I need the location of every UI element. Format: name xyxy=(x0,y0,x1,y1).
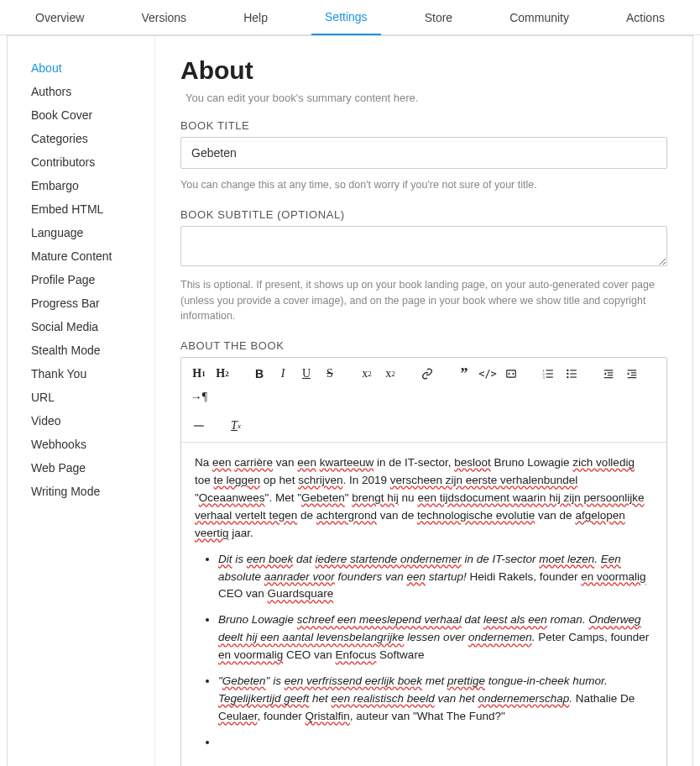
sidebar: AboutAuthorsBook CoverCategoriesContribu… xyxy=(8,36,155,766)
svg-rect-19 xyxy=(631,375,636,375)
about-bullet xyxy=(218,734,653,752)
about-bullet: Dit is een boek dat iedere startende ond… xyxy=(218,551,653,604)
topnav-item-actions[interactable]: Actions xyxy=(613,1,678,34)
svg-rect-14 xyxy=(608,372,613,373)
book-title-label: BOOK TITLE xyxy=(180,119,667,132)
svg-rect-21 xyxy=(194,425,204,426)
sidebar-item-writing-mode[interactable]: Writing Mode xyxy=(31,480,154,503)
indent-icon[interactable] xyxy=(621,363,643,385)
svg-rect-8 xyxy=(570,370,577,370)
sidebar-item-embargo[interactable]: Embargo xyxy=(31,174,154,197)
subscript-icon[interactable]: x2 xyxy=(356,363,378,385)
book-subtitle-label: BOOK SUBTITLE (OPTIONAL) xyxy=(180,208,667,221)
svg-rect-20 xyxy=(628,377,637,378)
book-title-input[interactable] xyxy=(180,137,667,169)
svg-rect-2 xyxy=(546,370,553,370)
svg-rect-16 xyxy=(604,377,614,378)
sidebar-item-embed-html[interactable]: Embed HTML xyxy=(31,197,154,221)
link-icon[interactable] xyxy=(416,363,438,385)
svg-point-9 xyxy=(567,373,568,375)
topnav-item-help[interactable]: Help xyxy=(230,1,281,34)
unordered-list-icon[interactable] xyxy=(561,363,582,385)
svg-rect-15 xyxy=(608,375,613,375)
about-book-editor: H1 H2 B I U S x2 x2 ” </> 123 xyxy=(180,357,667,766)
topnav-item-versions[interactable]: Versions xyxy=(128,1,200,34)
sidebar-item-social-media[interactable]: Social Media xyxy=(31,315,154,338)
sidebar-item-profile-page[interactable]: Profile Page xyxy=(31,268,154,291)
quote-icon[interactable]: ” xyxy=(453,363,475,385)
sidebar-item-stealth-mode[interactable]: Stealth Mode xyxy=(31,338,154,362)
svg-rect-10 xyxy=(570,373,577,374)
svg-rect-18 xyxy=(631,372,636,373)
about-toolbar: H1 H2 B I U S x2 x2 ” </> 123 xyxy=(181,358,666,443)
code-icon[interactable]: </> xyxy=(477,363,499,385)
topnav-item-store[interactable]: Store xyxy=(411,1,466,34)
svg-rect-12 xyxy=(570,377,577,378)
topnav-item-settings[interactable]: Settings xyxy=(311,0,381,35)
sidebar-item-book-cover[interactable]: Book Cover xyxy=(31,103,154,127)
about-book-textarea[interactable]: Na een carrière van een kwarteeuw in de … xyxy=(181,443,666,766)
sidebar-item-progress-bar[interactable]: Progress Bar xyxy=(31,291,154,315)
paragraph-rtl-icon[interactable]: →¶ xyxy=(188,386,210,408)
superscript-icon[interactable]: x2 xyxy=(379,363,401,385)
svg-rect-6 xyxy=(546,377,553,378)
underline-icon[interactable]: U xyxy=(295,363,317,385)
svg-text:3: 3 xyxy=(543,375,546,380)
svg-rect-13 xyxy=(604,370,614,370)
sidebar-item-language[interactable]: Language xyxy=(31,221,154,244)
sidebar-item-thank-you[interactable]: Thank You xyxy=(31,362,154,386)
sidebar-item-authors[interactable]: Authors xyxy=(31,80,154,103)
book-subtitle-help: This is optional. If present, it shows u… xyxy=(180,277,667,324)
sidebar-item-categories[interactable]: Categories xyxy=(31,127,154,150)
outdent-icon[interactable] xyxy=(598,363,619,385)
italic-icon[interactable]: I xyxy=(272,363,294,385)
main-panel: About You can edit your book's summary c… xyxy=(155,36,692,766)
about-book-label: ABOUT THE BOOK xyxy=(180,339,667,352)
book-title-help: You can change this at any time, so don'… xyxy=(180,177,667,193)
page-intro: You can edit your book's summary content… xyxy=(185,92,667,104)
topnav-item-community[interactable]: Community xyxy=(496,1,582,34)
bold-icon[interactable]: B xyxy=(248,363,270,385)
svg-rect-4 xyxy=(546,373,553,374)
clear-format-icon[interactable]: Tx xyxy=(225,415,247,437)
book-subtitle-input[interactable] xyxy=(180,226,667,266)
svg-point-7 xyxy=(567,370,568,371)
sidebar-item-contributors[interactable]: Contributors xyxy=(31,150,154,174)
content-container: AboutAuthorsBook CoverCategoriesContribu… xyxy=(7,35,693,766)
sidebar-item-mature-content[interactable]: Mature Content xyxy=(31,244,154,268)
sidebar-item-web-page[interactable]: Web Page xyxy=(31,456,154,480)
sidebar-item-url[interactable]: URL xyxy=(31,386,154,409)
sidebar-item-video[interactable]: Video xyxy=(31,409,154,433)
ordered-list-icon[interactable]: 123 xyxy=(537,363,559,385)
svg-rect-17 xyxy=(628,370,637,370)
sidebar-item-webhooks[interactable]: Webhooks xyxy=(31,433,154,456)
page-title: About xyxy=(180,56,667,85)
topnav-item-overview[interactable]: Overview xyxy=(22,1,97,34)
sidebar-item-about[interactable]: About xyxy=(31,56,154,80)
strike-icon[interactable]: S xyxy=(319,363,341,385)
about-bullet: "Gebeten" is een verfrissend eerlijk boe… xyxy=(218,673,653,726)
about-bullet: Bruno Lowagie schreef een meeslepend ver… xyxy=(218,611,653,664)
hr-icon[interactable] xyxy=(188,415,210,437)
codeblock-icon[interactable] xyxy=(500,363,522,385)
h1-icon[interactable]: H1 xyxy=(188,363,210,385)
svg-point-11 xyxy=(567,376,568,378)
top-nav: OverviewVersionsHelpSettingsStoreCommuni… xyxy=(0,0,700,35)
h2-icon[interactable]: H2 xyxy=(212,363,233,385)
